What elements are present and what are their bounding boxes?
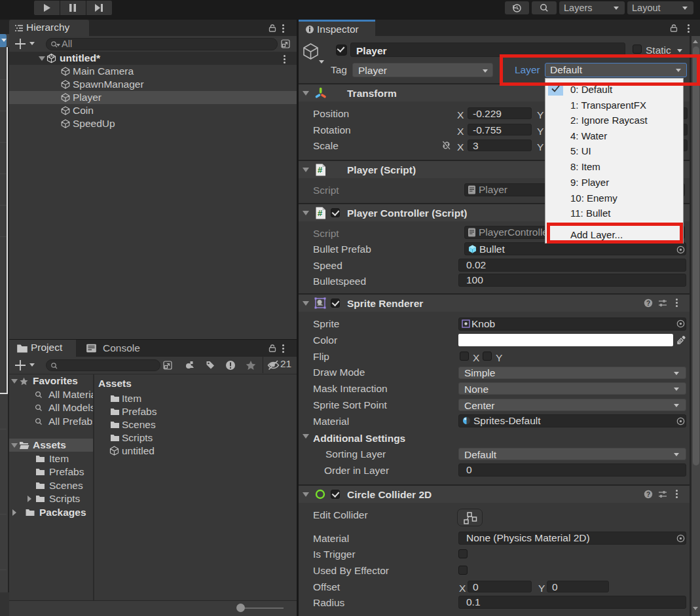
svg-text:?: ? [646,491,650,498]
svg-text:#: # [318,165,323,175]
svg-text:#: # [318,208,323,218]
svg-text:?: ? [646,300,650,307]
